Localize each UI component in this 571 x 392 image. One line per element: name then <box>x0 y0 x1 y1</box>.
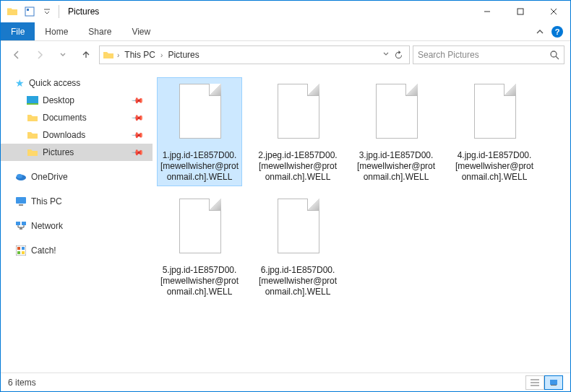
view-details-button[interactable] <box>525 375 544 390</box>
breadcrumb-pictures[interactable]: Pictures <box>166 50 201 60</box>
pin-icon: 📌 <box>130 145 144 159</box>
svg-line-5 <box>556 56 559 59</box>
ribbon: File Home Share View ? <box>1 22 570 41</box>
file-item[interactable]: 3.jpg.id-1E857D00.[mewellwisher@protonma… <box>353 77 439 186</box>
svg-rect-0 <box>25 7 34 16</box>
svg-rect-18 <box>17 251 20 254</box>
file-name: 3.jpg.id-1E857D00.[mewellwisher@protonma… <box>356 150 437 183</box>
address-folder-icon <box>103 49 114 61</box>
generic-file-icon <box>272 81 324 146</box>
svg-rect-7 <box>27 103 38 105</box>
chevron-right-icon[interactable]: › <box>160 51 163 59</box>
generic-file-icon <box>173 196 226 261</box>
sidebar-label: Documents <box>43 113 87 123</box>
sidebar-network[interactable]: Network <box>1 217 153 235</box>
pin-icon: 📌 <box>130 128 144 141</box>
svg-rect-16 <box>17 247 20 250</box>
maximize-button[interactable] <box>504 1 537 22</box>
address-dropdown-icon[interactable] <box>382 51 390 60</box>
sidebar-label: OneDrive <box>31 172 68 182</box>
pin-icon: 📌 <box>130 93 144 107</box>
file-pane[interactable]: 1.jpg.id-1E857D00.[mewellwisher@protonma… <box>153 69 570 373</box>
search-box[interactable] <box>413 45 564 64</box>
sidebar-label: Network <box>31 221 63 231</box>
pin-icon: 📌 <box>130 110 144 124</box>
ribbon-tab-view[interactable]: View <box>121 22 160 40</box>
sidebar-item-desktop[interactable]: Desktop 📌 <box>1 92 153 109</box>
file-tab[interactable]: File <box>1 22 35 40</box>
file-item[interactable]: 4.jpg.id-1E857D00.[mewellwisher@protonma… <box>452 77 537 186</box>
qat-properties-icon[interactable] <box>22 4 37 19</box>
file-name: 6.jpg.id-1E857D00.[mewellwisher@protonma… <box>257 265 338 297</box>
file-item[interactable]: 2.jpeg.id-1E857D00.[mewellwisher@protonm… <box>255 77 340 186</box>
nav-toolbar: › This PC › Pictures <box>1 41 570 69</box>
sidebar-label: Desktop <box>43 95 74 105</box>
sidebar-onedrive[interactable]: OneDrive <box>1 168 153 186</box>
minimize-button[interactable] <box>471 1 504 22</box>
recent-dropdown-icon[interactable] <box>53 45 73 65</box>
file-name: 5.jpg.id-1E857D00.[mewellwisher@protonma… <box>159 265 240 297</box>
svg-rect-10 <box>16 197 26 204</box>
svg-rect-19 <box>22 251 25 254</box>
main-area: ★ Quick access Desktop 📌 Documents 📌 Dow… <box>1 69 570 373</box>
sidebar-catch[interactable]: Catch! <box>1 242 153 259</box>
ribbon-tab-home[interactable]: Home <box>35 22 78 40</box>
address-bar[interactable]: › This PC › Pictures <box>99 45 410 64</box>
breadcrumb-thispc[interactable]: This PC <box>122 50 158 60</box>
desktop-icon <box>27 95 38 106</box>
file-name: 4.jpg.id-1E857D00.[mewellwisher@protonma… <box>454 150 535 183</box>
svg-rect-12 <box>16 222 20 225</box>
network-icon <box>15 220 27 232</box>
catch-icon <box>15 245 27 256</box>
item-count: 6 items <box>8 378 36 388</box>
nav-sidebar: ★ Quick access Desktop 📌 Documents 📌 Dow… <box>1 69 153 373</box>
sidebar-label: Pictures <box>43 147 74 157</box>
status-bar: 6 items <box>1 373 570 391</box>
svg-rect-6 <box>27 96 38 103</box>
generic-file-icon <box>272 196 324 261</box>
svg-rect-17 <box>22 247 25 250</box>
folder-icon <box>27 129 38 141</box>
chevron-right-icon[interactable]: › <box>117 51 119 59</box>
title-bar: Pictures <box>1 1 570 22</box>
refresh-icon[interactable] <box>394 51 403 60</box>
file-name: 1.jpg.id-1E857D00.[mewellwisher@protonma… <box>159 150 240 183</box>
svg-rect-11 <box>19 204 23 206</box>
ribbon-tab-share[interactable]: Share <box>78 22 121 40</box>
sidebar-item-pictures[interactable]: Pictures 📌 <box>1 144 153 161</box>
search-icon[interactable] <box>549 50 559 60</box>
forward-button[interactable] <box>30 45 50 65</box>
sidebar-quick-access[interactable]: ★ Quick access <box>1 74 153 92</box>
sidebar-label: Catch! <box>31 245 56 256</box>
file-item[interactable]: 6.jpg.id-1E857D00.[mewellwisher@protonma… <box>255 192 340 301</box>
svg-point-9 <box>17 174 22 178</box>
generic-file-icon <box>468 81 520 146</box>
ribbon-collapse-icon[interactable] <box>536 27 544 36</box>
window-title: Pictures <box>65 6 99 17</box>
svg-rect-24 <box>551 385 557 386</box>
svg-point-4 <box>551 51 557 57</box>
view-icons-button[interactable] <box>544 375 563 390</box>
search-input[interactable] <box>418 50 549 60</box>
close-button[interactable] <box>537 1 570 22</box>
back-button[interactable] <box>7 45 27 65</box>
help-icon[interactable]: ? <box>551 26 563 38</box>
svg-rect-14 <box>20 227 22 230</box>
sidebar-label: Downloads <box>43 130 85 140</box>
up-button[interactable] <box>76 45 96 65</box>
onedrive-icon <box>15 171 27 183</box>
svg-rect-1 <box>27 9 29 11</box>
qat-dropdown-icon[interactable] <box>40 4 54 19</box>
svg-rect-3 <box>518 9 523 14</box>
sidebar-item-downloads[interactable]: Downloads 📌 <box>1 126 153 144</box>
file-item[interactable]: 1.jpg.id-1E857D00.[mewellwisher@protonma… <box>157 77 242 186</box>
generic-file-icon <box>173 81 226 146</box>
sidebar-label: This PC <box>31 196 62 206</box>
star-icon: ★ <box>15 77 25 89</box>
file-item[interactable]: 5.jpg.id-1E857D00.[mewellwisher@protonma… <box>157 192 242 301</box>
qat-divider <box>59 5 59 18</box>
sidebar-thispc[interactable]: This PC <box>1 193 153 210</box>
sidebar-item-documents[interactable]: Documents 📌 <box>1 109 153 126</box>
folder-icon <box>27 112 38 123</box>
svg-rect-23 <box>550 380 557 385</box>
